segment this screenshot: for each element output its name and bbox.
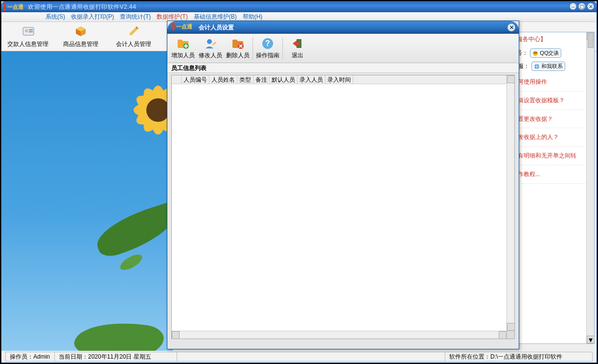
toolbar-separator bbox=[253, 37, 253, 60]
product-info-button[interactable]: 商品信息管理 bbox=[54, 24, 107, 48]
add-person-label: 增加人员 bbox=[169, 51, 197, 60]
qq-chat-button[interactable]: QQ交谈 bbox=[530, 48, 561, 58]
close-icon[interactable]: ✕ bbox=[587, 2, 595, 10]
scroll-down-icon[interactable]: ▾ bbox=[587, 336, 595, 343]
delete-person-button[interactable]: 删除人员 bbox=[224, 37, 252, 60]
menu-help[interactable]: 帮助(H) bbox=[243, 13, 263, 21]
column-header[interactable]: 录入时间 bbox=[325, 75, 353, 84]
svg-point-3 bbox=[25, 29, 28, 32]
background-image bbox=[1, 51, 173, 351]
svg-rect-5 bbox=[29, 31, 33, 32]
grid-header: 人员编号人员姓名类型备注默认人员录入人员录入时间 bbox=[172, 75, 514, 84]
edit-person-label: 修改人员 bbox=[197, 51, 224, 60]
accountant-label: 会计人员管理 bbox=[107, 40, 160, 48]
date-label: 当前日期： bbox=[59, 353, 88, 361]
scroll-down-icon[interactable] bbox=[507, 323, 515, 331]
svg-text:?: ? bbox=[265, 39, 270, 47]
pencil-icon bbox=[127, 24, 140, 38]
edit-person-icon bbox=[204, 37, 217, 50]
accountant-button[interactable]: 会计人员管理 bbox=[107, 24, 160, 48]
delete-person-label: 删除人员 bbox=[224, 51, 252, 60]
dialog-titlebar[interactable]: 一点通 会计人员设置 ✕ bbox=[167, 21, 519, 34]
box-icon bbox=[74, 24, 88, 38]
dialog-title: 会计人员设置 bbox=[199, 23, 234, 32]
svg-rect-30 bbox=[232, 40, 237, 43]
help-link[interactable]: 更改收据上的人？ bbox=[509, 128, 594, 147]
accountant-dialog: 一点通 会计人员设置 ✕ 增加人员 修改人员 删除人员 ? 操作指南 退出 员工… bbox=[167, 21, 519, 349]
person-card-icon bbox=[21, 24, 35, 38]
help-link[interactable]: 编辑设置收据模板？ bbox=[509, 91, 594, 110]
contact-button[interactable]: 和我联系 bbox=[531, 62, 565, 71]
menu-data-maintenance[interactable]: 数据维护(T) bbox=[157, 13, 187, 21]
employee-grid: 人员编号人员姓名类型备注默认人员录入人员录入时间 bbox=[171, 75, 515, 339]
exit-label: 退出 bbox=[284, 51, 311, 60]
scroll-thumb[interactable] bbox=[588, 33, 594, 48]
leaf-icon bbox=[72, 316, 165, 351]
scroll-right-icon[interactable] bbox=[499, 331, 506, 339]
help-link[interactable]: 设置更改收据？ bbox=[509, 110, 594, 129]
product-info-label: 商品信息管理 bbox=[54, 40, 107, 48]
column-header[interactable]: 类型 bbox=[237, 75, 253, 84]
location-value: D:\一点通通用收据打印软件 bbox=[490, 353, 562, 361]
svg-point-17 bbox=[146, 98, 170, 122]
exit-icon bbox=[291, 37, 304, 50]
location-label: 软件所在位置： bbox=[449, 353, 490, 361]
svg-point-18 bbox=[533, 51, 538, 56]
column-header[interactable]: 备注 bbox=[253, 75, 270, 84]
svg-point-19 bbox=[534, 52, 535, 53]
sidebar-scrollbar[interactable]: ▴ ▾ bbox=[586, 32, 594, 343]
dialog-toolbar: 增加人员 修改人员 删除人员 ? 操作指南 退出 bbox=[167, 34, 519, 63]
scroll-up-icon[interactable] bbox=[507, 75, 515, 83]
payer-info-button[interactable]: 交款人信息管理 bbox=[1, 24, 54, 48]
svg-marker-28 bbox=[212, 42, 216, 46]
column-header[interactable]: 人员编号 bbox=[182, 75, 209, 84]
exit-button[interactable]: 退出 bbox=[284, 37, 311, 60]
add-person-button[interactable]: 增加人员 bbox=[169, 37, 197, 60]
help-link[interactable]: 在有明细和无开单之间转 bbox=[509, 147, 594, 165]
menu-system[interactable]: 系统(S) bbox=[46, 13, 65, 21]
column-header[interactable]: 默认人员 bbox=[270, 75, 298, 84]
operator-value: Admin bbox=[33, 353, 50, 360]
svg-rect-22 bbox=[172, 23, 175, 30]
scroll-left-icon[interactable] bbox=[172, 331, 180, 339]
edit-person-button[interactable]: 修改人员 bbox=[197, 37, 224, 60]
delete-folder-icon bbox=[231, 37, 245, 50]
menu-base-info[interactable]: 基础信息维护(B) bbox=[194, 13, 237, 21]
menu-receipt-print[interactable]: 收据录入打印(P) bbox=[71, 13, 114, 21]
section-header: 员工信息列表 bbox=[167, 63, 519, 73]
payer-info-label: 交款人信息管理 bbox=[1, 40, 54, 48]
svg-rect-4 bbox=[29, 29, 33, 30]
toolbar-separator bbox=[282, 37, 283, 60]
main-titlebar: 一点通 欢迎使用一点通通用收据打印软件V2.44 – ▢ ✕ bbox=[1, 1, 597, 12]
guide-button[interactable]: ? 操作指南 bbox=[254, 37, 281, 60]
minimize-icon[interactable]: – bbox=[569, 2, 577, 10]
row-selector-header[interactable] bbox=[172, 75, 182, 84]
svg-point-20 bbox=[536, 52, 537, 53]
status-bar: 操作员： Admin 当前日期： 2020年11月20日 星期五 软件所在位置：… bbox=[5, 352, 593, 362]
service-sidebar: 线服务中心】 Q号： QQ交谈 客服： 和我联系 如何使用操作编辑设置收据模板？… bbox=[508, 32, 595, 344]
qq-icon bbox=[532, 50, 538, 56]
menu-query-stat[interactable]: 查询统计(T) bbox=[120, 13, 151, 21]
leaf-icon bbox=[92, 200, 173, 260]
column-header[interactable]: 人员姓名 bbox=[209, 75, 237, 84]
window-title: 欢迎使用一点通通用收据打印软件V2.44 bbox=[28, 3, 136, 11]
svg-rect-25 bbox=[178, 40, 183, 43]
grid-vertical-scrollbar[interactable] bbox=[506, 75, 514, 331]
maximize-icon[interactable]: ▢ bbox=[578, 2, 586, 10]
app-logo: 一点通 bbox=[3, 2, 25, 11]
svg-marker-9 bbox=[130, 27, 138, 35]
sidebar-header: 线服务中心】 bbox=[509, 32, 594, 46]
guide-label: 操作指南 bbox=[254, 51, 281, 60]
sunflower-icon bbox=[129, 81, 173, 139]
help-link[interactable]: 如何使用操作 bbox=[509, 73, 594, 91]
help-icon: ? bbox=[261, 37, 275, 50]
svg-text:一点通: 一点通 bbox=[7, 4, 24, 10]
add-folder-icon bbox=[176, 37, 190, 50]
help-link[interactable]: 操作教程... bbox=[509, 165, 594, 184]
column-header[interactable]: 录入人员 bbox=[298, 75, 325, 84]
globe-icon bbox=[534, 64, 540, 69]
grid-corner bbox=[506, 331, 514, 339]
grid-horizontal-scrollbar[interactable] bbox=[172, 331, 506, 339]
leaf-icon bbox=[118, 252, 145, 272]
dialog-close-icon[interactable]: ✕ bbox=[507, 23, 516, 32]
